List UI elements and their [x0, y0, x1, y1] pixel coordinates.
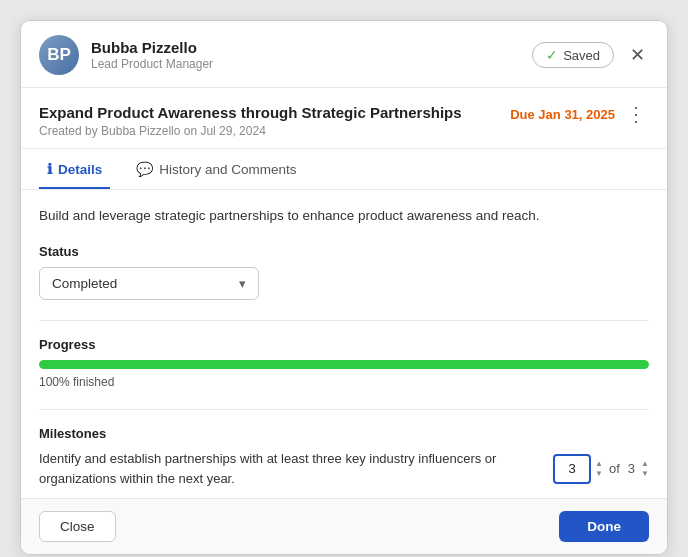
milestones-label: Milestones — [39, 426, 649, 441]
status-section: Status Completed ▾ — [39, 244, 649, 300]
task-title-block: Expand Product Awareness through Strateg… — [39, 104, 472, 138]
info-icon: ℹ — [47, 161, 52, 177]
progress-text: 100% finished — [39, 375, 649, 389]
header-right: ✓ Saved ✕ — [532, 42, 649, 68]
more-options-button[interactable]: ⋮ — [623, 104, 649, 124]
saved-label: Saved — [563, 48, 600, 63]
progress-bar-background — [39, 360, 649, 369]
due-date-area: Due Jan 31, 2025 ⋮ — [510, 104, 649, 124]
header-info: Bubba Pizzello Lead Product Manager — [91, 39, 213, 71]
user-role: Lead Product Manager — [91, 57, 213, 71]
milestone-description: Identify and establish partnerships with… — [39, 449, 543, 488]
task-title: Expand Product Awareness through Strateg… — [39, 104, 462, 121]
tab-history-label: History and Comments — [159, 162, 296, 177]
task-meta: Created by Bubba Pizzello on Jul 29, 202… — [39, 124, 472, 138]
modal-footer: Close Done — [21, 498, 667, 554]
user-name: Bubba Pizzello — [91, 39, 213, 56]
tabs: ℹ Details 💬 History and Comments — [21, 149, 667, 190]
milestone-total-down[interactable]: ▼ — [641, 469, 649, 479]
status-value: Completed — [52, 276, 117, 291]
close-icon[interactable]: ✕ — [626, 44, 649, 66]
milestone-current-down[interactable]: ▼ — [595, 469, 603, 479]
task-title-area: Expand Product Awareness through Strateg… — [21, 88, 667, 149]
modal-container: BP Bubba Pizzello Lead Product Manager ✓… — [20, 20, 668, 555]
due-date: Due Jan 31, 2025 — [510, 107, 615, 122]
divider-1 — [39, 320, 649, 321]
tab-history[interactable]: 💬 History and Comments — [128, 149, 304, 189]
progress-label: Progress — [39, 337, 649, 352]
milestone-inputs: ▲ ▼ of 3 ▲ ▼ — [553, 454, 649, 484]
divider-2 — [39, 409, 649, 410]
modal-header: BP Bubba Pizzello Lead Product Manager ✓… — [21, 21, 667, 88]
avatar: BP — [39, 35, 79, 75]
modal-body: Build and leverage strategic partnership… — [21, 190, 667, 498]
milestone-current-input[interactable] — [553, 454, 591, 484]
milestone-total-stepper: ▲ ▼ — [641, 459, 649, 479]
done-button[interactable]: Done — [559, 511, 649, 542]
milestone-total-up[interactable]: ▲ — [641, 459, 649, 469]
milestone-row: Identify and establish partnerships with… — [39, 449, 649, 488]
progress-bar-fill — [39, 360, 649, 369]
check-icon: ✓ — [546, 47, 558, 63]
header-left: BP Bubba Pizzello Lead Product Manager — [39, 35, 213, 75]
status-dropdown[interactable]: Completed ▾ — [39, 267, 259, 300]
milestones-section: Milestones Identify and establish partne… — [39, 426, 649, 488]
description-text: Build and leverage strategic partnership… — [39, 206, 649, 226]
tab-details[interactable]: ℹ Details — [39, 149, 110, 189]
close-button[interactable]: Close — [39, 511, 116, 542]
status-label: Status — [39, 244, 649, 259]
chevron-down-icon: ▾ — [239, 276, 246, 291]
milestone-total-value: 3 — [626, 461, 637, 476]
milestone-current-stepper: ▲ ▼ — [595, 459, 603, 479]
milestone-current-up[interactable]: ▲ — [595, 459, 603, 469]
milestone-of: of — [607, 461, 622, 476]
tab-details-label: Details — [58, 162, 102, 177]
saved-badge: ✓ Saved — [532, 42, 614, 68]
comment-icon: 💬 — [136, 161, 153, 177]
task-title-row: Expand Product Awareness through Strateg… — [39, 104, 649, 138]
progress-section: Progress 100% finished — [39, 337, 649, 389]
